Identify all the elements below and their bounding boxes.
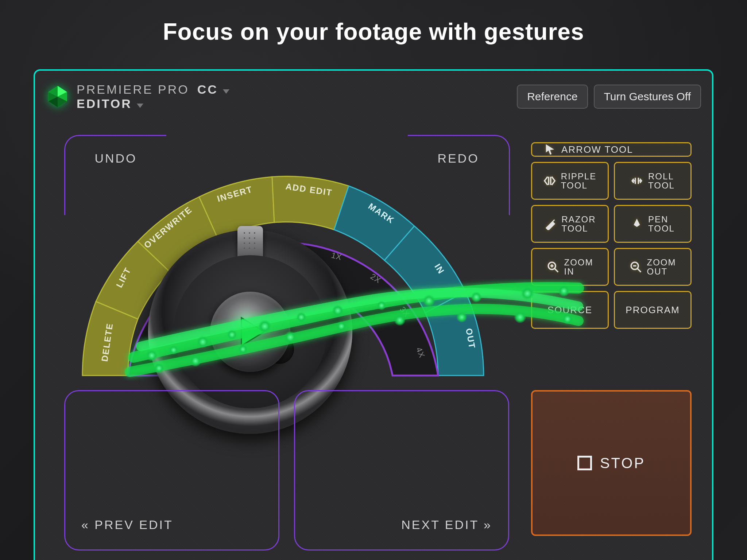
pen-tool-button[interactable]: PENTOOL [614, 205, 692, 243]
app-gem-icon [46, 85, 69, 108]
arrow-tool-button[interactable]: ARROW TOOL [531, 142, 692, 157]
zoom-in-button[interactable]: ZOOMIN [531, 248, 609, 286]
panel-header: PREMIERE PRO CC EDITOR Reference Turn Ge… [46, 80, 701, 113]
tools-panel: ARROW TOOL RIPPLETOOL ROLLTOOL RAZORTOOL [531, 142, 692, 329]
app-name: PREMIERE PRO [77, 82, 189, 97]
play-icon [230, 312, 270, 352]
program-button[interactable]: PROGRAM [614, 291, 692, 329]
zoom-out-icon [630, 261, 642, 273]
chevron-down-icon [223, 89, 229, 94]
svg-marker-25 [241, 318, 264, 346]
play-button[interactable] [210, 292, 290, 372]
ripple-tool-button[interactable]: RIPPLETOOL [531, 162, 609, 200]
gestures-toggle-button[interactable]: Turn Gestures Off [594, 85, 701, 109]
cursor-icon [544, 143, 556, 156]
zoom-out-button[interactable]: ZOOMOUT [614, 248, 692, 286]
razor-tool-button[interactable]: RAZORTOOL [531, 205, 609, 243]
svg-line-31 [637, 268, 641, 272]
controller-panel: PREMIERE PRO CC EDITOR Reference Turn Ge… [34, 69, 713, 560]
ripple-icon [543, 175, 556, 187]
source-button[interactable]: SOURCE [531, 291, 609, 329]
wheel-face [174, 255, 327, 408]
reference-button[interactable]: Reference [517, 85, 588, 109]
title-block: PREMIERE PRO CC EDITOR [77, 82, 229, 111]
chevron-down-icon [137, 104, 143, 108]
roll-tool-button[interactable]: ROLLTOOL [614, 162, 692, 200]
prev-edit-button[interactable]: « PREV EDIT [64, 390, 279, 551]
mode-dropdown[interactable]: EDITOR [77, 97, 143, 111]
zoom-in-icon [547, 261, 559, 273]
page-headline: Focus on your footage with gestures [0, 18, 747, 45]
stop-icon [577, 456, 592, 470]
svg-line-27 [554, 268, 558, 272]
stage: UNDO REDO DELETE [46, 120, 701, 554]
version-dropdown[interactable]: CC [197, 82, 230, 97]
roll-icon [631, 175, 643, 187]
next-edit-button[interactable]: NEXT EDIT » [294, 390, 509, 551]
pen-icon [631, 218, 643, 230]
stop-button[interactable]: STOP [531, 390, 692, 536]
razor-icon [544, 218, 557, 230]
